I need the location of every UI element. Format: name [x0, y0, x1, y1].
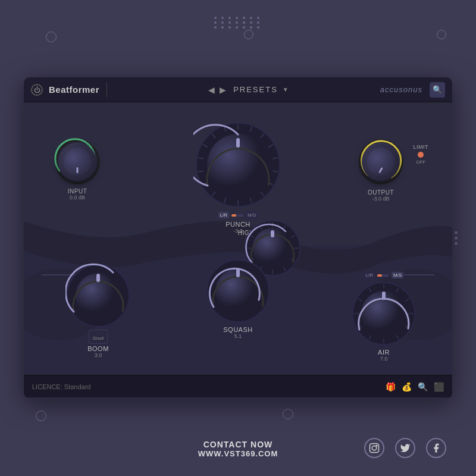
squash-value: 5.1	[234, 333, 242, 339]
facebook-icon[interactable]	[426, 438, 446, 458]
squash-knob-container: SQUASH 5.1	[205, 258, 271, 339]
svg-rect-28	[236, 138, 240, 148]
air-label: AIR	[378, 349, 390, 356]
svg-point-66	[372, 446, 377, 450]
punch-lr-ms: L/R M/S	[218, 212, 258, 218]
output-value: -3.0 dB	[372, 196, 389, 202]
boom-dnull-label: Dnull	[89, 330, 108, 344]
boom-knob-container: Dnull BOOM 3.0	[65, 263, 131, 358]
svg-rect-64	[382, 292, 386, 300]
svg-rect-46	[96, 274, 100, 282]
licence-text: LICENCE: Standard	[32, 383, 386, 390]
circle-decoration-4	[36, 411, 46, 421]
svg-rect-49	[236, 269, 240, 277]
power-button[interactable]: ⏻	[31, 84, 43, 96]
footer-icons: 🎁 💰 🔍 ⬛	[386, 382, 444, 392]
air-lr-ms: L/R M/S	[364, 272, 404, 278]
twitter-icon[interactable]	[395, 438, 415, 458]
preset-nav: ◀ ▶ PRESETS ▼	[114, 85, 380, 95]
plugin-footer: LICENCE: Standard 🎁 💰 🔍 ⬛	[24, 375, 452, 397]
gift-icon[interactable]: 🎁	[386, 382, 396, 392]
limit-state: OFF	[416, 159, 425, 165]
input-knob[interactable]	[54, 138, 101, 186]
circle-decoration-5	[283, 409, 293, 419]
output-knob-container: LIMIT OFF OUTPUT -3.0 dB	[357, 138, 405, 202]
air-knob-container: L/R M/S	[351, 272, 416, 362]
boom-label: BOOM	[87, 345, 109, 352]
punch-lr-btn[interactable]: L/R	[218, 212, 229, 218]
output-label: OUTPUT	[368, 189, 394, 196]
limit-section: LIMIT OFF	[413, 144, 428, 165]
dollar-icon[interactable]: 💰	[402, 382, 412, 392]
preset-next-button[interactable]: ▶	[217, 85, 228, 95]
power-icon: ⏻	[34, 86, 40, 93]
squash-label: SQUASH	[223, 326, 252, 333]
circle-decoration-2	[244, 30, 253, 39]
squash-knob[interactable]	[205, 258, 271, 324]
header-divider	[107, 83, 107, 97]
limit-label: LIMIT	[413, 144, 428, 150]
social-icons	[364, 438, 446, 458]
instagram-icon[interactable]	[364, 438, 384, 458]
air-ms-btn[interactable]: M/S	[392, 272, 403, 278]
info-icon[interactable]: ⬛	[434, 382, 444, 392]
air-value: 7.0	[380, 356, 388, 362]
svg-rect-65	[370, 444, 379, 453]
boom-knob[interactable]	[65, 263, 131, 328]
preset-dropdown-icon[interactable]: ▼	[283, 86, 289, 93]
limit-indicator[interactable]	[418, 152, 424, 158]
air-knob[interactable]	[351, 281, 416, 346]
plugin-name: Beatformer	[49, 84, 99, 95]
preset-prev-button[interactable]: ◀	[206, 85, 217, 95]
plugin-main: INPUT 0.0 dB LIMIT OFF OUT	[24, 102, 452, 375]
punch-knob[interactable]	[193, 120, 283, 209]
plugin-container: ⏻ Beatformer ◀ ▶ PRESETS ▼ accusonus 🔍	[24, 77, 452, 399]
logo-text: accusonus	[380, 85, 422, 94]
input-knob-container: INPUT 0.0 dB	[54, 138, 101, 201]
bg-dots-top	[214, 17, 262, 29]
search-button[interactable]: 🔍	[430, 82, 445, 98]
search-footer-icon[interactable]: 🔍	[418, 382, 428, 392]
output-knob[interactable]	[357, 138, 405, 186]
circle-decoration-3	[437, 30, 446, 39]
boom-value: 3.0	[95, 352, 102, 358]
input-value: 0.0 dB	[70, 195, 85, 201]
search-icon: 🔍	[433, 85, 442, 94]
preset-label: PRESETS	[233, 85, 278, 94]
circle-decoration-1	[46, 32, 57, 42]
punch-ms-btn[interactable]: M/S	[246, 212, 258, 218]
air-lr-btn[interactable]: L/R	[364, 272, 375, 278]
svg-rect-43	[271, 230, 274, 237]
plugin-header: ⏻ Beatformer ◀ ▶ PRESETS ▼ accusonus 🔍	[24, 77, 452, 102]
input-label: INPUT	[68, 188, 87, 195]
svg-point-67	[376, 445, 377, 446]
punch-knob-container: L/R M/S PUNCH -3.0	[193, 120, 283, 234]
